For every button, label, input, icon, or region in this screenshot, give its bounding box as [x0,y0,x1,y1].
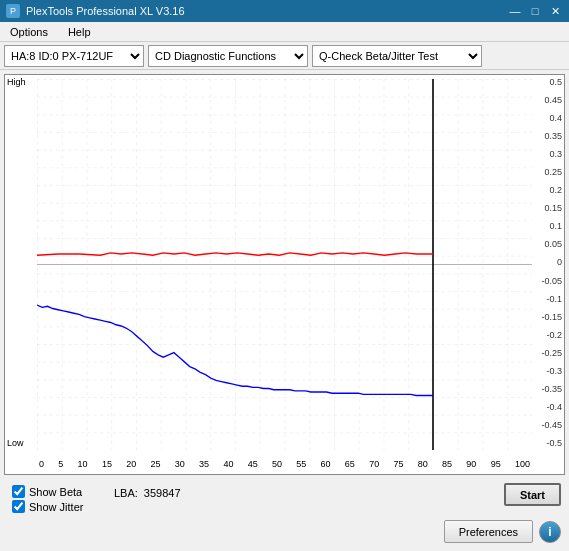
close-button[interactable]: ✕ [547,4,563,18]
info-button[interactable]: i [539,521,561,543]
lba-label: LBA: [114,487,138,499]
start-button-area: Start [504,483,561,506]
preferences-button[interactable]: Preferences [444,520,533,543]
chart-plot [37,79,532,450]
x-axis: 0 5 10 15 20 25 30 35 40 45 50 55 60 65 … [37,454,532,474]
start-button[interactable]: Start [504,483,561,506]
maximize-button[interactable]: □ [527,4,543,18]
y-axis-right: 0.5 0.45 0.4 0.35 0.3 0.25 0.2 0.15 0.1 … [532,75,564,450]
menu-bar: Options Help [0,22,569,42]
lba-area: LBA: 359847 [114,487,181,499]
chart-svg [37,79,532,450]
chart-container: High Low 0.5 0.45 0.4 0.35 0.3 0.25 0.2 … [4,74,565,475]
bottom-buttons-area: Preferences i [444,520,561,543]
minimize-button[interactable]: — [507,4,523,18]
show-beta-checkbox-row: Show Beta [12,485,83,498]
menu-options[interactable]: Options [4,24,54,40]
title-text: PlexTools Professional XL V3.16 [26,5,185,17]
lba-value: 359847 [144,487,181,499]
toolbar: HA:8 ID:0 PX-712UF CD Diagnostic Functio… [0,42,569,70]
app-icon: P [6,4,20,18]
show-beta-checkbox[interactable] [12,485,25,498]
menu-help[interactable]: Help [62,24,97,40]
y-label-low: Low [7,438,24,448]
main-content: High Low 0.5 0.45 0.4 0.35 0.3 0.25 0.2 … [0,70,569,551]
checkboxes-area: Show Beta Show Jitter [12,485,83,515]
bottom-panel: Show Beta Show Jitter LBA: 359847 Start … [4,479,565,547]
show-jitter-checkbox-row: Show Jitter [12,500,83,513]
title-bar: P PlexTools Professional XL V3.16 — □ ✕ [0,0,569,22]
function-select[interactable]: CD Diagnostic Functions [148,45,308,67]
y-label-high: High [7,77,26,87]
show-jitter-checkbox[interactable] [12,500,25,513]
show-jitter-label: Show Jitter [29,501,83,513]
device-select[interactable]: HA:8 ID:0 PX-712UF [4,45,144,67]
test-select[interactable]: Q-Check Beta/Jitter Test [312,45,482,67]
show-beta-label: Show Beta [29,486,82,498]
